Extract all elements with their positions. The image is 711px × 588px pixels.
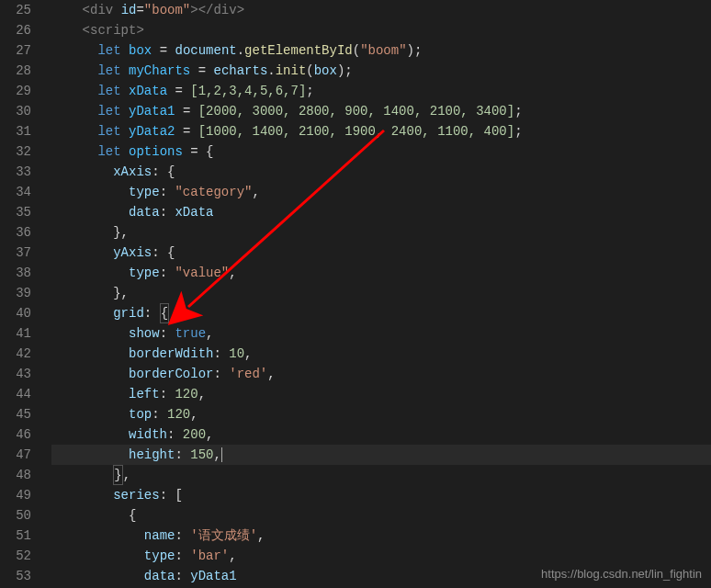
line-number: 25: [0, 0, 31, 20]
code-line[interactable]: name: '语文成绩',: [51, 526, 711, 546]
code-line[interactable]: },: [51, 465, 711, 485]
code-line[interactable]: <script>: [51, 20, 711, 40]
code-line[interactable]: grid: {: [51, 303, 711, 323]
code-line[interactable]: type: "value",: [51, 263, 711, 283]
line-number: 29: [0, 81, 31, 101]
code-editor[interactable]: 25 26 27 28 29 30 31 32 33 34 35 36 37 3…: [0, 0, 711, 588]
line-number: 52: [0, 546, 31, 566]
line-number: 39: [0, 283, 31, 303]
code-line[interactable]: {: [51, 505, 711, 526]
code-line[interactable]: let yData1 = [2000, 3000, 2800, 900, 140…: [51, 101, 711, 121]
text-cursor: [221, 447, 222, 462]
line-number: 51: [0, 526, 31, 546]
line-number: 28: [0, 61, 31, 81]
code-line[interactable]: type: "category",: [51, 182, 711, 202]
line-number: 38: [0, 263, 31, 283]
line-number: 43: [0, 364, 31, 384]
code-line[interactable]: },: [51, 283, 711, 303]
code-line[interactable]: height: 150,: [51, 445, 711, 465]
line-number: 50: [0, 505, 31, 526]
line-number: 34: [0, 182, 31, 202]
line-number: 27: [0, 40, 31, 61]
code-line[interactable]: left: 120,: [51, 384, 711, 404]
line-number: 33: [0, 162, 31, 182]
code-line[interactable]: let options = {: [51, 141, 711, 162]
code-line[interactable]: type: 'bar',: [51, 546, 711, 566]
line-number: 41: [0, 323, 31, 344]
code-line[interactable]: yAxis: {: [51, 243, 711, 263]
code-line[interactable]: top: 120,: [51, 404, 711, 424]
code-line[interactable]: data: xData: [51, 202, 711, 222]
line-number: 49: [0, 485, 31, 505]
code-area[interactable]: <div id="boom"></div> <script> let box =…: [44, 0, 711, 588]
line-number: 31: [0, 121, 31, 141]
line-number: 26: [0, 20, 31, 40]
line-number: 37: [0, 243, 31, 263]
line-number: 53: [0, 566, 31, 586]
line-number: 45: [0, 404, 31, 424]
line-number: 44: [0, 384, 31, 404]
line-number: 42: [0, 344, 31, 364]
line-number: 32: [0, 141, 31, 162]
code-line[interactable]: let myCharts = echarts.init(box);: [51, 61, 711, 81]
code-line[interactable]: width: 200,: [51, 424, 711, 445]
code-line[interactable]: let yData2 = [1000, 1400, 2100, 1900, 24…: [51, 121, 711, 141]
line-number: 46: [0, 424, 31, 445]
line-number: 47: [0, 445, 31, 465]
code-line[interactable]: let xData = [1,2,3,4,5,6,7];: [51, 81, 711, 101]
line-number-gutter: 25 26 27 28 29 30 31 32 33 34 35 36 37 3…: [0, 0, 44, 588]
line-number: 35: [0, 202, 31, 222]
code-line[interactable]: xAxis: {: [51, 162, 711, 182]
code-line[interactable]: <div id="boom"></div>: [51, 0, 711, 20]
code-line[interactable]: borderWdith: 10,: [51, 344, 711, 364]
code-line[interactable]: },: [51, 222, 711, 243]
line-number: 36: [0, 222, 31, 243]
watermark: https://blog.csdn.net/lin_fightin: [541, 567, 702, 581]
line-number: 40: [0, 303, 31, 323]
code-line[interactable]: borderColor: 'red',: [51, 364, 711, 384]
line-number: 48: [0, 465, 31, 485]
code-line[interactable]: let box = document.getElementById("boom"…: [51, 40, 711, 61]
code-line[interactable]: series: [: [51, 485, 711, 505]
code-line[interactable]: show: true,: [51, 323, 711, 344]
line-number: 30: [0, 101, 31, 121]
